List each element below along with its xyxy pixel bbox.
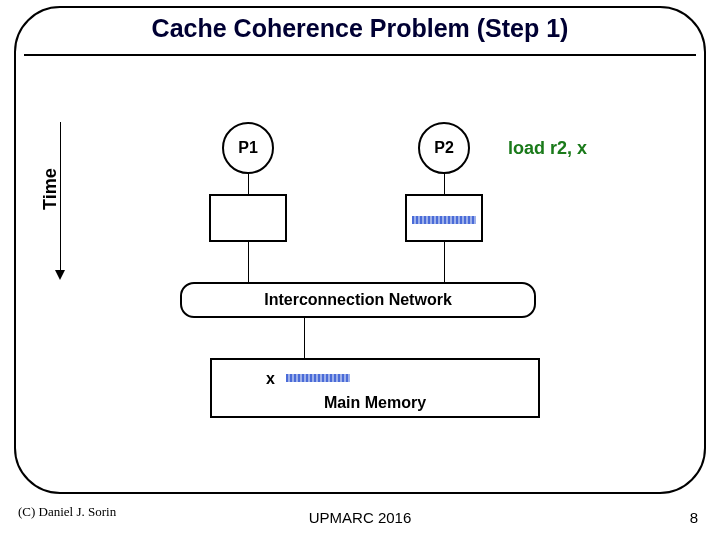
- time-axis-line: [60, 122, 61, 272]
- time-axis-arrow-icon: [55, 270, 65, 280]
- connector-cache2-network: [444, 242, 445, 284]
- memory-line-x-icon: [286, 374, 350, 382]
- connector-cache1-network: [248, 242, 249, 284]
- main-memory: x Main Memory: [210, 358, 540, 418]
- memory-var-x: x: [266, 370, 275, 388]
- slide: Cache Coherence Problem (Step 1) Time P1…: [0, 0, 720, 540]
- cache-line-x-icon: [412, 216, 476, 224]
- memory-label: Main Memory: [212, 394, 538, 412]
- cache-p1: [209, 194, 287, 242]
- slide-frame: [14, 6, 706, 494]
- annotation-load: load r2, x: [508, 138, 587, 159]
- connector-network-memory: [304, 318, 305, 358]
- interconnection-network: Interconnection Network: [180, 282, 536, 318]
- connector-p1-cache: [248, 174, 249, 194]
- cache-p2: [405, 194, 483, 242]
- time-axis-label: Time: [40, 168, 61, 210]
- title-underline: [24, 54, 696, 56]
- connector-p2-cache: [444, 174, 445, 194]
- footer-page-number: 8: [690, 509, 698, 526]
- processor-p1: P1: [222, 122, 274, 174]
- footer-conference: UPMARC 2016: [0, 509, 720, 526]
- slide-title: Cache Coherence Problem (Step 1): [0, 14, 720, 43]
- processor-p2: P2: [418, 122, 470, 174]
